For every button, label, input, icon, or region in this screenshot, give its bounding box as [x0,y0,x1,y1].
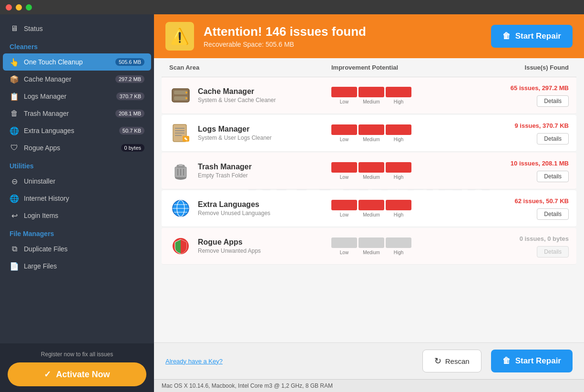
bar-label-low: Low [331,137,357,142]
rogue-apps-improvement-bar: Low Medium High [331,237,464,255]
maximize-button[interactable] [26,4,32,10]
cache-issue-count: 65 issues, 297.2 MB [511,84,569,92]
extra-languages-details-button[interactable]: Details [537,208,569,220]
bar-label-medium: Medium [359,99,384,104]
logs-icon: 📋 [10,92,19,101]
rescan-label: Rescan [445,357,470,365]
close-button[interactable] [6,4,12,10]
table-row: Cache Manager System & User Cache Cleane… [162,77,576,114]
bar-label-low: Low [331,212,357,217]
extra-languages-icon [169,197,192,220]
sidebar-item-badge: 297.2 MB [115,75,144,83]
sidebar-item-label: Internet History [24,195,69,202]
rescan-button[interactable]: ↻ Rescan [422,350,482,372]
logs-details-button[interactable]: Details [537,133,569,144]
status-bar: Mac OS X 10.14.6, Macbook, Intel Core m3… [154,379,584,392]
sidebar-item-logs-manager[interactable]: 📋 Logs Manager 370.7 KB [0,88,154,105]
bar-medium [359,200,384,210]
alert-title: Attention! 146 issues found [204,24,482,39]
bar-label-high: High [386,175,411,180]
sidebar-item-one-touch-cleanup[interactable]: 👆 One Touch Cleanup 505.6 MB [3,53,151,71]
sidebar-item-status[interactable]: 🖥 Status [0,20,154,37]
refresh-icon: ↻ [434,356,441,366]
sidebar-item-badge: 50.7 KB [119,127,144,134]
activate-label: Activate Now [56,370,110,380]
bar-low [331,162,357,173]
bar-label-medium: Medium [359,137,384,142]
sidebar-item-label: Large Files [24,262,57,270]
bar-label-high: High [386,137,411,142]
trash-issue-count: 10 issues, 208.1 MB [511,160,569,167]
extra-languages-desc: Remove Unused Languages [198,210,270,217]
table-row: Trash Manager Empty Trash Folder Low Med… [162,153,576,189]
bar-high [386,200,411,210]
bar-label-low: Low [331,99,357,104]
hand-icon: 👆 [10,57,19,67]
svg-text:✎: ✎ [184,137,188,142]
register-text: Register now to fix all issues [8,351,146,358]
sidebar-item-login-items[interactable]: ↩ Login Items [0,207,154,224]
sidebar-item-duplicate-files[interactable]: ⧉ Duplicate Files [0,240,154,258]
rogue-apps-desc: Remove Unwanted Apps [198,248,261,254]
bar-label-high: High [386,212,411,217]
logs-manager-desc: System & User Logs Cleaner [198,134,272,141]
bar-medium [359,237,384,248]
svg-rect-2 [174,96,187,100]
activate-now-button[interactable]: ✓ Activate Now [8,362,146,386]
scan-info-extra-languages: Extra Languages Remove Unused Languages [169,197,331,220]
trash-issues: 10 issues, 208.1 MB Details [464,160,569,182]
trash-manager-icon [169,159,192,182]
table-row: Rogue Apps Remove Unwanted Apps Low Medi… [162,228,576,265]
status-bar-text: Mac OS X 10.14.6, Macbook, Intel Core m3… [162,382,333,389]
already-have-key-link[interactable]: Already have a Key? [165,358,413,365]
col-scan-area: Scan Area [169,64,331,71]
shield-icon: 🛡 [10,143,19,153]
bar-label-low: Low [331,175,357,180]
sidebar-item-badge: 505.6 MB [115,58,144,66]
start-repair-button-top[interactable]: 🗑 Start Repair [491,25,573,48]
logs-issues: 9 issues, 370.7 KB Details [464,122,569,144]
duplicate-icon: ⧉ [10,244,19,254]
rogue-apps-icon [169,235,192,258]
extra-languages-issue-count: 62 issues, 50.7 KB [515,197,569,205]
logs-manager-icon: ✎ [169,122,192,144]
bar-low [331,200,357,210]
start-repair-button-bottom[interactable]: 🗑 Start Repair [491,350,573,372]
cache-details-button[interactable]: Details [537,95,569,107]
bar-high [386,124,411,135]
sidebar-item-badge: 0 bytes [121,144,144,152]
sidebar: 🖥 Status Cleaners 👆 One Touch Cleanup 50… [0,14,154,392]
sidebar-status-label: Status [24,25,43,32]
sidebar-item-internet-history[interactable]: 🌐 Internet History [0,190,154,207]
sidebar-item-rogue-apps[interactable]: 🛡 Rogue Apps 0 bytes [0,139,154,156]
sidebar-section-cleaners: Cleaners [0,37,154,53]
bar-medium [359,87,384,97]
scan-results-table: SMARTTIPS Scan Area Improvement Potentia… [154,58,584,342]
bar-label-high: High [386,99,411,104]
logs-improvement-bar: Low Medium High [331,124,464,142]
alert-banner: ⚠️ Attention! 146 issues found Recoverab… [154,14,584,58]
warning-icon: ⚠️ [165,22,194,51]
sidebar-item-label: One Touch Cleanup [24,58,83,66]
svg-rect-1 [174,91,187,94]
sidebar-item-extra-languages[interactable]: 🌐 Extra Languages 50.7 KB [0,122,154,139]
col-issues: Issue(s) Found [464,64,569,71]
sidebar-item-trash-manager[interactable]: 🗑 Trash Manager 208.1 MB [0,105,154,122]
minimize-button[interactable] [16,4,22,10]
cache-improvement-bar: Low Medium High [331,87,464,104]
bar-label-medium: Medium [359,250,384,255]
bar-low [331,237,357,248]
logs-manager-name: Logs Manager [198,125,272,134]
alert-subtitle: Recoverable Space: 505.6 MB [204,41,482,48]
scan-info-cache: Cache Manager System & User Cache Cleane… [169,84,331,107]
globe-outline-icon: 🌐 [10,194,19,203]
start-repair-label-bottom: Start Repair [515,356,561,366]
sidebar-item-large-files[interactable]: 📄 Large Files [0,258,154,275]
bar-medium [359,162,384,173]
sidebar-bottom: Register now to fix all issues ✓ Activat… [0,343,154,392]
trash-details-button[interactable]: Details [537,171,569,182]
sidebar-item-cache-manager[interactable]: 📦 Cache Manager 297.2 MB [0,71,154,88]
sidebar-item-uninstaller[interactable]: ⊖ Uninstaller [0,173,154,190]
repair-icon-bottom: 🗑 [502,356,511,366]
window-chrome [0,0,584,14]
